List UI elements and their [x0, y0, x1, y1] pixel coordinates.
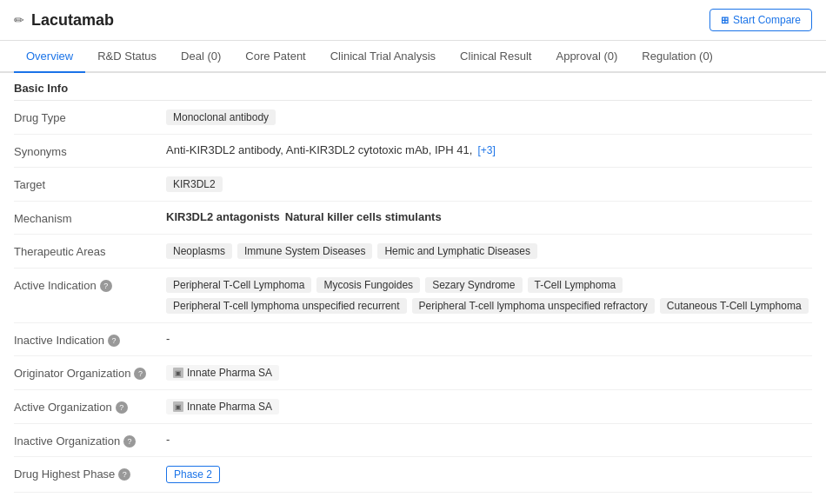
row-synonyms: Synonyms Anti-KIR3DL2 antibody, Anti-KIR… [14, 135, 812, 168]
tab-deal[interactable]: Deal (0) [169, 41, 233, 73]
label-drug-type: Drug Type [14, 109, 166, 124]
row-drug-highest-phase: Drug Highest Phase ? Phase 2 [14, 457, 812, 493]
tab-approval[interactable]: Approval (0) [543, 41, 629, 73]
row-active-indication: Active Indication ? Peripheral T-Cell Ly… [14, 269, 812, 323]
tag-neoplasms: Neoplasms [166, 243, 232, 259]
inactive-org-help-icon[interactable]: ? [123, 435, 136, 448]
mechanism-nk-stimulants: Natural killer cells stimulants [285, 210, 442, 223]
tab-overview[interactable]: Overview [14, 41, 85, 73]
tab-bar: Overview R&D Status Deal (0) Core Patent… [0, 41, 826, 73]
value-originator-org: ▣ Innate Pharma SA [166, 365, 812, 381]
active-org-name: Innate Pharma SA [187, 401, 272, 413]
tab-core-patent[interactable]: Core Patent [233, 41, 317, 73]
label-therapeutic-areas: Therapeutic Areas [14, 243, 166, 258]
tag-peripheral-tcell: Peripheral T-Cell Lymphoma [166, 277, 311, 293]
org-icon-active: ▣ [173, 401, 183, 412]
tag-phase-2: Phase 2 [166, 466, 220, 483]
label-originator-org: Originator Organization ? [14, 365, 166, 380]
tag-immune-system-diseases: Immune System Diseases [237, 243, 372, 259]
originator-org-name: Innate Pharma SA [187, 367, 272, 379]
edit-icon[interactable]: ✏ [14, 13, 24, 27]
active-org-help-icon[interactable]: ? [116, 401, 128, 414]
row-mechanism: Mechanism KIR3DL2 antagonists Natural ki… [14, 202, 812, 235]
active-indication-help-icon[interactable]: ? [100, 280, 112, 292]
tab-regulation[interactable]: Regulation (0) [629, 41, 725, 73]
label-active-indication: Active Indication ? [14, 277, 166, 292]
value-drug-type: Monoclonal antibody [166, 109, 812, 125]
label-active-org: Active Organization ? [14, 399, 166, 414]
value-inactive-org: - [166, 433, 812, 446]
label-target: Target [14, 176, 166, 191]
start-compare-button[interactable]: ⊞ Start Compare [709, 9, 812, 31]
tag-peripheral-unspecified-recurrent: Peripheral T-cell lymphoma unspecified r… [166, 298, 407, 314]
synonyms-more-link[interactable]: [+3] [477, 144, 495, 156]
value-therapeutic-areas: Neoplasms Immune System Diseases Hemic a… [166, 243, 812, 259]
row-inactive-indication: Inactive Indication ? - [14, 323, 812, 356]
inactive-org-dash: - [166, 433, 170, 446]
inactive-indication-help-icon[interactable]: ? [108, 335, 120, 347]
section-basic-info: Basic Info [14, 73, 812, 101]
header-left: ✏ Lacutamab [14, 11, 114, 30]
org-tag-innate-pharma-originator: ▣ Innate Pharma SA [166, 365, 279, 381]
synonyms-text: Anti-KIR3DL2 antibody, Anti-KIR3DL2 cyto… [166, 143, 472, 156]
row-inactive-org: Inactive Organization ? - [14, 424, 812, 457]
tab-clinical-trial-analysis[interactable]: Clinical Trial Analysis [318, 41, 448, 73]
org-tag-innate-pharma-active: ▣ Innate Pharma SA [166, 399, 279, 414]
tag-mycosis-fungoides: Mycosis Fungoides [316, 277, 420, 293]
tag-sezary: Sezary Syndrome [425, 277, 522, 293]
row-originator-org: Originator Organization ? ▣ Innate Pharm… [14, 356, 812, 390]
mechanism-antagonists: KIR3DL2 antagonists [166, 210, 280, 223]
row-drug-type: Drug Type Monoclonal antibody [14, 101, 812, 135]
drug-name: Lacutamab [31, 11, 114, 30]
compare-button-label: Start Compare [733, 14, 801, 26]
value-mechanism: KIR3DL2 antagonists Natural killer cells… [166, 210, 812, 223]
drug-highest-phase-help-icon[interactable]: ? [118, 468, 130, 481]
tag-peripheral-unspecified-refractory: Peripheral T-cell lymphoma unspecified r… [412, 298, 655, 314]
value-target: KIR3DL2 [166, 176, 812, 192]
value-active-indication: Peripheral T-Cell Lymphoma Mycosis Fungo… [166, 277, 812, 314]
tab-rd-status[interactable]: R&D Status [85, 41, 169, 73]
row-active-org: Active Organization ? ▣ Innate Pharma SA [14, 390, 812, 424]
value-inactive-indication: - [166, 332, 812, 345]
value-synonyms: Anti-KIR3DL2 antibody, Anti-KIR3DL2 cyto… [166, 143, 812, 156]
label-drug-highest-phase: Drug Highest Phase ? [14, 466, 166, 481]
row-target: Target KIR3DL2 [14, 168, 812, 202]
tab-clinical-result[interactable]: Clinical Result [448, 41, 543, 73]
value-drug-highest-phase: Phase 2 [166, 466, 812, 483]
row-first-approval-date: First Approval Date - [14, 493, 812, 504]
inactive-indication-dash: - [166, 332, 170, 345]
row-therapeutic-areas: Therapeutic Areas Neoplasms Immune Syste… [14, 235, 812, 269]
label-inactive-org: Inactive Organization ? [14, 433, 166, 448]
tag-monoclonal-antibody: Monoclonal antibody [166, 109, 276, 125]
label-synonyms: Synonyms [14, 143, 166, 158]
value-active-org: ▣ Innate Pharma SA [166, 399, 812, 414]
page-header: ✏ Lacutamab ⊞ Start Compare [0, 0, 826, 41]
tag-hemic-lymphatic: Hemic and Lymphatic Diseases [377, 243, 537, 259]
tag-tcell-lymphoma: T-Cell Lymphoma [528, 277, 623, 293]
label-mechanism: Mechanism [14, 210, 166, 225]
org-icon: ▣ [173, 368, 183, 378]
compare-icon: ⊞ [721, 15, 729, 26]
content-area: Basic Info Drug Type Monoclonal antibody… [0, 73, 826, 504]
tag-kir3dl2: KIR3DL2 [166, 176, 223, 192]
tag-cutaneous-tcell: Cutaneous T-Cell Lymphoma [660, 298, 809, 314]
originator-org-help-icon[interactable]: ? [134, 368, 146, 380]
label-inactive-indication: Inactive Indication ? [14, 332, 166, 347]
